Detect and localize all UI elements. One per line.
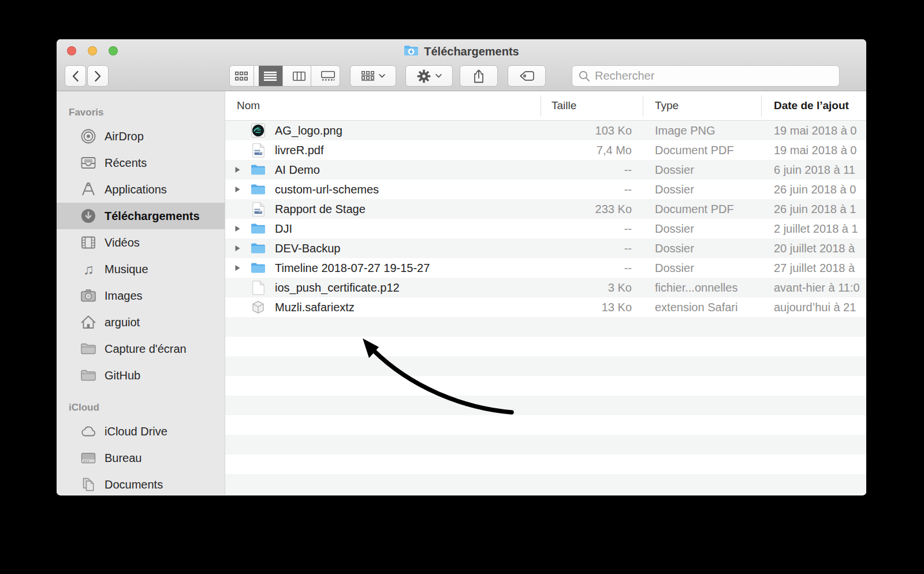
search-field[interactable] bbox=[572, 65, 840, 87]
sidebar-item-airdrop[interactable]: AirDrop bbox=[57, 123, 225, 150]
sidebar-item-label: Musique bbox=[105, 263, 148, 276]
back-button[interactable] bbox=[65, 65, 86, 87]
disclosure-triangle-icon[interactable] bbox=[234, 225, 243, 232]
disclosure-triangle-icon[interactable] bbox=[234, 264, 243, 271]
empty-row-stripe bbox=[225, 494, 866, 495]
disclosure-triangle-icon[interactable] bbox=[234, 166, 243, 173]
file-size: -- bbox=[485, 238, 632, 258]
share-button[interactable] bbox=[460, 65, 498, 87]
arrange-button[interactable] bbox=[350, 65, 396, 87]
action-menu-button[interactable] bbox=[405, 65, 453, 87]
forward-button[interactable] bbox=[87, 65, 109, 87]
empty-row-stripe bbox=[225, 454, 866, 474]
screenshot-stage: Téléchargements bbox=[0, 0, 924, 574]
sidebar-item-vid-os[interactable]: Vidéos bbox=[57, 229, 225, 256]
folder-file-icon bbox=[251, 221, 266, 236]
sidebar-item-label: Téléchargements bbox=[105, 210, 200, 223]
sidebar-item-musique[interactable]: ♫Musique bbox=[57, 256, 225, 282]
file-row[interactable]: Timeline 2018-07-27 19-15-27--Dossier27 … bbox=[225, 258, 866, 278]
sidebar-item-documents[interactable]: Documents bbox=[57, 471, 225, 495]
finder-window: Téléchargements bbox=[57, 39, 866, 495]
file-row[interactable]: AG_logo.png103 KoImage PNG19 mai 2018 à … bbox=[225, 121, 866, 140]
list-view-button[interactable] bbox=[259, 66, 283, 86]
cloud-icon bbox=[80, 423, 97, 440]
file-row[interactable]: DJI--Dossier2 juillet 2018 à 1 bbox=[225, 219, 866, 238]
search-input[interactable] bbox=[595, 69, 839, 83]
column-view-button[interactable] bbox=[288, 66, 312, 86]
file-name: AI Demo bbox=[275, 160, 320, 180]
file-row[interactable]: ios_push_certificate.p123 Kofichier...on… bbox=[225, 278, 866, 297]
applications-icon bbox=[80, 181, 97, 198]
folder-file-icon bbox=[251, 241, 266, 256]
sidebar-item-label: Capture d'écran bbox=[105, 342, 187, 356]
column-view-icon bbox=[293, 72, 305, 81]
file-file-icon bbox=[251, 280, 266, 295]
arrange-icon bbox=[362, 71, 374, 81]
sidebar-item-label: Récents bbox=[105, 156, 147, 170]
sidebar-item-label: Applications bbox=[105, 183, 167, 196]
column-header-type[interactable]: Type bbox=[655, 91, 679, 120]
column-divider[interactable] bbox=[643, 95, 643, 117]
chevron-down-icon bbox=[435, 74, 442, 78]
sidebar-item-label: Vidéos bbox=[105, 236, 140, 249]
desktop-icon bbox=[80, 449, 97, 467]
downloads-icon bbox=[80, 207, 97, 225]
file-row[interactable]: Muzli.safariextz13 Koextension Safariauj… bbox=[225, 297, 866, 317]
content-area: Nom Taille Type Date de l’ajout AG_logo.… bbox=[225, 91, 866, 495]
empty-row-stripe bbox=[225, 376, 866, 396]
view-switcher bbox=[229, 65, 340, 87]
file-row[interactable]: AI Demo--Dossier6 juin 2018 à 11 bbox=[225, 160, 866, 180]
file-date-added: 20 juillet 2018 à bbox=[774, 238, 855, 258]
file-date-added: avant-hier à 11:0 bbox=[774, 278, 860, 297]
icon-view-button[interactable] bbox=[230, 66, 254, 86]
file-row[interactable]: custom-url-schemes--Dossier26 juin 2018 … bbox=[225, 180, 866, 199]
tag-button[interactable] bbox=[508, 65, 546, 87]
file-name: custom-url-schemes bbox=[275, 180, 379, 199]
sidebar-item-label: iCloud Drive bbox=[105, 425, 167, 438]
empty-row-stripe bbox=[225, 435, 866, 454]
sidebar-item-capture-d-cran[interactable]: Capture d'écran bbox=[57, 336, 225, 362]
sidebar-item-label: GitHub bbox=[105, 369, 140, 382]
folder-file-icon bbox=[251, 182, 266, 197]
sidebar-item-images[interactable]: Images bbox=[57, 282, 225, 309]
column-header-date[interactable]: Date de l’ajout bbox=[774, 91, 849, 120]
gallery-view-button[interactable] bbox=[316, 66, 340, 86]
sidebar-item-github[interactable]: GitHub bbox=[57, 362, 225, 389]
folder-gray-icon bbox=[80, 367, 97, 384]
chevron-left-icon bbox=[72, 70, 79, 82]
file-row[interactable]: Rapport de Stage233 KoDocument PDF26 jui… bbox=[225, 199, 866, 219]
file-type: extension Safari bbox=[655, 297, 737, 317]
empty-row-stripe bbox=[225, 337, 866, 356]
sidebar-item-icloud-drive[interactable]: iCloud Drive bbox=[57, 418, 225, 445]
file-size: -- bbox=[485, 258, 632, 278]
videos-icon bbox=[80, 234, 97, 251]
column-header-nom[interactable]: Nom bbox=[237, 91, 260, 120]
disclosure-triangle-icon[interactable] bbox=[234, 245, 243, 252]
sidebar-item-arguiot[interactable]: arguiot bbox=[57, 309, 225, 336]
camera-icon bbox=[80, 287, 97, 304]
documents-icon bbox=[80, 476, 97, 493]
file-size: 103 Ko bbox=[485, 121, 632, 140]
sidebar-item-t-l-chargements[interactable]: Téléchargements bbox=[57, 203, 225, 229]
empty-row-stripe bbox=[225, 415, 866, 435]
list-view-icon bbox=[264, 72, 277, 81]
disclosure-triangle-icon[interactable] bbox=[234, 186, 243, 193]
sidebar-item-r-cents[interactable]: Récents bbox=[57, 150, 225, 176]
column-divider[interactable] bbox=[761, 95, 762, 117]
file-date-added: 19 mai 2018 à 0 bbox=[774, 140, 856, 160]
column-divider[interactable] bbox=[541, 95, 541, 117]
sidebar-item-bureau[interactable]: Bureau bbox=[57, 445, 225, 471]
pdf-file-icon bbox=[251, 143, 266, 158]
empty-row-stripe bbox=[225, 396, 866, 415]
column-header-taille[interactable]: Taille bbox=[552, 91, 576, 120]
file-type: Dossier bbox=[655, 160, 694, 180]
airdrop-icon bbox=[80, 128, 97, 145]
file-row[interactable]: livreR.pdf7,4 MoDocument PDF19 mai 2018 … bbox=[225, 140, 866, 160]
sidebar-section-header: iCloud bbox=[57, 401, 225, 415]
file-row[interactable]: DEV-Backup--Dossier20 juillet 2018 à bbox=[225, 238, 866, 258]
pdf-file-icon bbox=[251, 202, 266, 217]
sidebar-item-label: Documents bbox=[105, 478, 163, 491]
sidebar-item-applications[interactable]: Applications bbox=[57, 176, 225, 203]
tag-icon bbox=[520, 71, 534, 81]
empty-row-stripe bbox=[225, 356, 866, 376]
